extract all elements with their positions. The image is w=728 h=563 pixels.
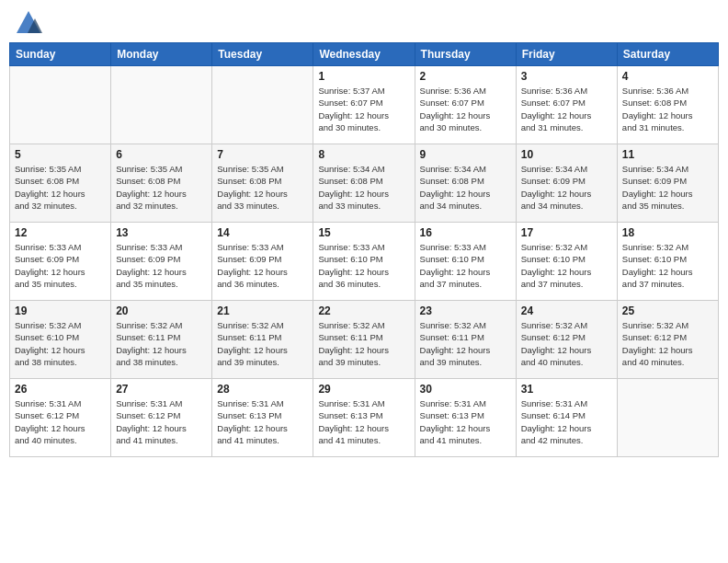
day-info: Sunrise: 5:32 AM Sunset: 6:10 PM Dayligh… (521, 241, 612, 290)
day-number: 5 (15, 148, 106, 161)
day-info: Sunrise: 5:32 AM Sunset: 6:12 PM Dayligh… (521, 319, 612, 368)
calendar-cell: 23Sunrise: 5:32 AM Sunset: 6:11 PM Dayli… (415, 301, 516, 379)
day-info: Sunrise: 5:33 AM Sunset: 6:09 PM Dayligh… (217, 241, 308, 290)
calendar-cell: 31Sunrise: 5:31 AM Sunset: 6:14 PM Dayli… (516, 379, 617, 457)
day-number: 30 (420, 383, 511, 396)
calendar-cell: 12Sunrise: 5:33 AM Sunset: 6:09 PM Dayli… (10, 223, 111, 301)
day-info: Sunrise: 5:31 AM Sunset: 6:13 PM Dayligh… (217, 397, 308, 446)
day-number: 10 (521, 148, 612, 161)
day-number: 16 (420, 226, 511, 239)
day-info: Sunrise: 5:36 AM Sunset: 6:07 PM Dayligh… (420, 85, 511, 133)
day-info: Sunrise: 5:31 AM Sunset: 6:12 PM Dayligh… (116, 397, 207, 446)
calendar-cell (212, 66, 313, 144)
day-number: 17 (521, 226, 612, 239)
calendar-cell: 29Sunrise: 5:31 AM Sunset: 6:13 PM Dayli… (313, 379, 415, 457)
weekday-header: Saturday (617, 43, 718, 66)
calendar-cell: 5Sunrise: 5:35 AM Sunset: 6:08 PM Daylig… (10, 144, 111, 223)
day-info: Sunrise: 5:32 AM Sunset: 6:11 PM Dayligh… (420, 319, 511, 368)
calendar-week-row: 12Sunrise: 5:33 AM Sunset: 6:09 PM Dayli… (10, 223, 719, 301)
day-info: Sunrise: 5:33 AM Sunset: 6:10 PM Dayligh… (420, 241, 511, 290)
day-number: 28 (217, 383, 308, 396)
calendar-week-row: 5Sunrise: 5:35 AM Sunset: 6:08 PM Daylig… (10, 144, 719, 223)
weekday-header: Friday (516, 43, 617, 66)
day-info: Sunrise: 5:34 AM Sunset: 6:08 PM Dayligh… (420, 163, 511, 212)
day-number: 12 (15, 226, 106, 239)
calendar-cell: 3Sunrise: 5:36 AM Sunset: 6:07 PM Daylig… (516, 66, 617, 144)
calendar-cell: 10Sunrise: 5:34 AM Sunset: 6:09 PM Dayli… (516, 144, 617, 223)
day-info: Sunrise: 5:32 AM Sunset: 6:11 PM Dayligh… (217, 319, 308, 368)
calendar-table: SundayMondayTuesdayWednesdayThursdayFrid… (9, 42, 719, 457)
calendar-cell: 8Sunrise: 5:34 AM Sunset: 6:08 PM Daylig… (313, 144, 415, 223)
day-info: Sunrise: 5:33 AM Sunset: 6:09 PM Dayligh… (15, 241, 106, 290)
calendar-cell: 7Sunrise: 5:35 AM Sunset: 6:08 PM Daylig… (212, 144, 313, 223)
day-number: 8 (318, 148, 409, 161)
day-number: 2 (420, 70, 511, 83)
weekday-header: Wednesday (313, 43, 415, 66)
day-info: Sunrise: 5:32 AM Sunset: 6:12 PM Dayligh… (622, 319, 713, 368)
day-number: 25 (622, 304, 713, 317)
calendar-cell: 27Sunrise: 5:31 AM Sunset: 6:12 PM Dayli… (111, 379, 212, 457)
day-info: Sunrise: 5:31 AM Sunset: 6:14 PM Dayligh… (521, 397, 612, 446)
calendar-cell: 13Sunrise: 5:33 AM Sunset: 6:09 PM Dayli… (111, 223, 212, 301)
calendar-cell: 20Sunrise: 5:32 AM Sunset: 6:11 PM Dayli… (111, 301, 212, 379)
calendar-body: 1Sunrise: 5:37 AM Sunset: 6:07 PM Daylig… (10, 66, 719, 457)
day-number: 18 (622, 226, 713, 239)
day-info: Sunrise: 5:31 AM Sunset: 6:13 PM Dayligh… (318, 397, 409, 446)
calendar-cell: 26Sunrise: 5:31 AM Sunset: 6:12 PM Dayli… (10, 379, 111, 457)
page-header (9, 9, 719, 37)
calendar-cell: 19Sunrise: 5:32 AM Sunset: 6:10 PM Dayli… (10, 301, 111, 379)
weekday-row: SundayMondayTuesdayWednesdayThursdayFrid… (10, 43, 719, 66)
day-info: Sunrise: 5:31 AM Sunset: 6:12 PM Dayligh… (15, 397, 106, 446)
day-info: Sunrise: 5:35 AM Sunset: 6:08 PM Dayligh… (217, 163, 308, 212)
day-number: 27 (116, 383, 207, 396)
day-number: 20 (116, 304, 207, 317)
calendar-week-row: 26Sunrise: 5:31 AM Sunset: 6:12 PM Dayli… (10, 379, 719, 457)
day-number: 11 (622, 148, 713, 161)
day-number: 13 (116, 226, 207, 239)
calendar-cell (111, 66, 212, 144)
calendar-cell: 1Sunrise: 5:37 AM Sunset: 6:07 PM Daylig… (313, 66, 415, 144)
day-info: Sunrise: 5:32 AM Sunset: 6:11 PM Dayligh… (318, 319, 409, 368)
day-info: Sunrise: 5:33 AM Sunset: 6:10 PM Dayligh… (318, 241, 409, 290)
weekday-header: Thursday (415, 43, 516, 66)
calendar-cell: 22Sunrise: 5:32 AM Sunset: 6:11 PM Dayli… (313, 301, 415, 379)
calendar-cell (617, 379, 718, 457)
calendar-cell: 4Sunrise: 5:36 AM Sunset: 6:08 PM Daylig… (617, 66, 718, 144)
calendar-cell: 18Sunrise: 5:32 AM Sunset: 6:10 PM Dayli… (617, 223, 718, 301)
day-number: 22 (318, 304, 409, 317)
calendar-cell: 24Sunrise: 5:32 AM Sunset: 6:12 PM Dayli… (516, 301, 617, 379)
calendar-week-row: 19Sunrise: 5:32 AM Sunset: 6:10 PM Dayli… (10, 301, 719, 379)
calendar-cell: 16Sunrise: 5:33 AM Sunset: 6:10 PM Dayli… (415, 223, 516, 301)
day-info: Sunrise: 5:36 AM Sunset: 6:08 PM Dayligh… (622, 85, 713, 133)
day-info: Sunrise: 5:36 AM Sunset: 6:07 PM Dayligh… (521, 85, 612, 133)
weekday-header: Monday (111, 43, 212, 66)
calendar-cell: 15Sunrise: 5:33 AM Sunset: 6:10 PM Dayli… (313, 223, 415, 301)
day-number: 24 (521, 304, 612, 317)
day-info: Sunrise: 5:35 AM Sunset: 6:08 PM Dayligh… (15, 163, 106, 212)
calendar-cell: 30Sunrise: 5:31 AM Sunset: 6:13 PM Dayli… (415, 379, 516, 457)
calendar-cell: 17Sunrise: 5:32 AM Sunset: 6:10 PM Dayli… (516, 223, 617, 301)
day-number: 26 (15, 383, 106, 396)
calendar-cell: 2Sunrise: 5:36 AM Sunset: 6:07 PM Daylig… (415, 66, 516, 144)
day-number: 1 (318, 70, 409, 83)
day-number: 14 (217, 226, 308, 239)
day-info: Sunrise: 5:31 AM Sunset: 6:13 PM Dayligh… (420, 397, 511, 446)
day-info: Sunrise: 5:32 AM Sunset: 6:11 PM Dayligh… (116, 319, 207, 368)
day-number: 15 (318, 226, 409, 239)
day-number: 23 (420, 304, 511, 317)
day-info: Sunrise: 5:34 AM Sunset: 6:08 PM Dayligh… (318, 163, 409, 212)
day-number: 29 (318, 383, 409, 396)
day-info: Sunrise: 5:33 AM Sunset: 6:09 PM Dayligh… (116, 241, 207, 290)
calendar-cell: 14Sunrise: 5:33 AM Sunset: 6:09 PM Dayli… (212, 223, 313, 301)
day-number: 6 (116, 148, 207, 161)
day-number: 31 (521, 383, 612, 396)
day-number: 19 (15, 304, 106, 317)
calendar-cell: 6Sunrise: 5:35 AM Sunset: 6:08 PM Daylig… (111, 144, 212, 223)
day-info: Sunrise: 5:32 AM Sunset: 6:10 PM Dayligh… (622, 241, 713, 290)
calendar-cell (10, 66, 111, 144)
calendar-header: SundayMondayTuesdayWednesdayThursdayFrid… (10, 43, 719, 66)
logo-icon (15, 9, 42, 37)
calendar-cell: 9Sunrise: 5:34 AM Sunset: 6:08 PM Daylig… (415, 144, 516, 223)
calendar-cell: 11Sunrise: 5:34 AM Sunset: 6:09 PM Dayli… (617, 144, 718, 223)
day-number: 7 (217, 148, 308, 161)
